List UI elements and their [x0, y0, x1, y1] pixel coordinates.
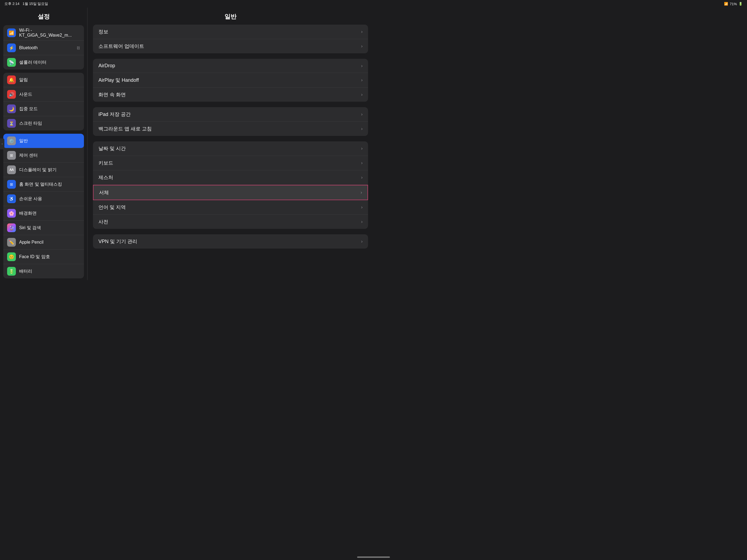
keyboard-chevron: ›: [361, 160, 363, 166]
keyboard-label: 키보드: [98, 160, 361, 166]
sidebar-item-sound[interactable]: 🔊 사운드: [3, 87, 84, 102]
sidebar-item-wallpaper[interactable]: 🌸 배경화면: [3, 206, 84, 221]
cellular-icon: 📡: [7, 58, 16, 67]
sidebar-item-focus[interactable]: 🌙 집중 모드: [3, 102, 84, 116]
battery-sidebar-icon: 🔋: [7, 267, 16, 276]
sidebar-item-sound-label: 사운드: [19, 92, 80, 97]
dictionary-chevron: ›: [361, 219, 363, 224]
content-section-datetime: 날짜 및 시간 › 키보드 › 제스처 › 서체 ›: [93, 142, 368, 229]
status-bar: 오후 2:14 1월 15일 일요일 📶 71% 🔋: [0, 0, 374, 8]
gesture-chevron: ›: [361, 175, 363, 180]
sidebar-item-general[interactable]: ⚙️ 일반: [3, 134, 84, 148]
sidebar-item-pencil[interactable]: ✏️ Apple Pencil: [3, 235, 84, 250]
sidebar-section-system: 🔔 알림 🔊 사운드 🌙 집중 모드 ⏳ 스크린 타임: [3, 73, 84, 130]
sidebar-item-general-label: 일반: [19, 138, 80, 144]
vpn-label: VPN 및 기기 관리: [98, 238, 361, 245]
dictionary-label: 사전: [98, 219, 361, 225]
homescreen-icon: ⊞: [7, 180, 16, 189]
datetime-label: 날짜 및 시간: [98, 145, 361, 152]
panel-collapse-indicator[interactable]: ‹: [0, 138, 4, 149]
ipad-storage-chevron: ›: [361, 112, 363, 117]
content-item-language[interactable]: 언어 및 지역 ›: [93, 200, 368, 215]
content-item-airplay[interactable]: AirPlay 및 Handoff ›: [93, 73, 368, 87]
software-update-chevron: ›: [361, 44, 363, 49]
language-label: 언어 및 지역: [98, 204, 361, 210]
content-section-vpn: VPN 및 기기 관리 ›: [93, 234, 368, 249]
content-area: 일반 정보 › 소프트웨어 업데이트 › AirDrop › AirPlay 및…: [87, 8, 374, 280]
status-time-date: 오후 2:14 1월 15일 일요일: [4, 1, 48, 6]
vpn-chevron: ›: [361, 239, 363, 244]
content-item-software-update[interactable]: 소프트웨어 업데이트 ›: [93, 39, 368, 53]
bluetooth-icon: ⚡: [7, 44, 16, 52]
status-time: 오후 2:14: [4, 2, 19, 6]
content-item-datetime[interactable]: 날짜 및 시간 ›: [93, 142, 368, 156]
sidebar-item-faceid[interactable]: 😊 Face ID 및 암호: [3, 250, 84, 264]
background-refresh-chevron: ›: [361, 126, 363, 131]
content-item-dictionary[interactable]: 사전 ›: [93, 215, 368, 229]
sidebar-item-siri-label: Siri 및 검색: [19, 225, 80, 231]
sidebar-item-screentime-label: 스크린 타임: [19, 121, 80, 126]
sidebar-item-battery-label: 배터리: [19, 269, 80, 274]
status-date: 1월 15일 일요일: [23, 2, 48, 6]
screentime-icon: ⏳: [7, 119, 16, 128]
content-title: 일반: [87, 10, 374, 25]
content-item-about[interactable]: 정보 ›: [93, 25, 368, 39]
bluetooth-badge: 컴: [77, 45, 80, 50]
main-layout: ‹ 설정 📶 Wi-Fi - KT_GiGA_5G_Wave2_m... ⚡ B…: [0, 0, 374, 280]
sidebar-item-control[interactable]: ⊞ 제어 센터: [3, 148, 84, 163]
about-chevron: ›: [361, 29, 363, 34]
sidebar-item-siri[interactable]: 🔮 Siri 및 검색: [3, 221, 84, 235]
pencil-icon: ✏️: [7, 238, 16, 247]
notifications-icon: 🔔: [7, 75, 16, 84]
sidebar-item-screentime[interactable]: ⏳ 스크린 타임: [3, 116, 84, 130]
content-item-keyboard[interactable]: 키보드 ›: [93, 156, 368, 170]
airdrop-label: AirDrop: [98, 63, 361, 69]
sidebar-item-display[interactable]: AA 디스플레이 및 밝기: [3, 163, 84, 177]
sidebar-item-focus-label: 집중 모드: [19, 106, 80, 112]
sidebar-item-wifi-label: Wi-Fi - KT_GiGA_5G_Wave2_m...: [19, 28, 80, 38]
focus-icon: 🌙: [7, 104, 16, 113]
content-item-vpn[interactable]: VPN 및 기기 관리 ›: [93, 234, 368, 249]
sidebar-item-wallpaper-label: 배경화면: [19, 210, 80, 216]
pip-label: 화면 속 화면: [98, 91, 361, 98]
sidebar-item-bluetooth-label: Bluetooth: [19, 45, 77, 50]
sidebar-item-accessibility[interactable]: ♿ 손쉬운 사용: [3, 192, 84, 206]
sidebar-item-wifi[interactable]: 📶 Wi-Fi - KT_GiGA_5G_Wave2_m...: [3, 25, 84, 41]
wifi-icon: 📶: [7, 28, 16, 37]
content-item-gesture[interactable]: 제스처 ›: [93, 170, 368, 185]
sidebar: 설정 📶 Wi-Fi - KT_GiGA_5G_Wave2_m... ⚡ Blu…: [0, 8, 87, 280]
siri-icon: 🔮: [7, 223, 16, 232]
language-chevron: ›: [361, 205, 363, 210]
software-update-label: 소프트웨어 업데이트: [98, 43, 361, 50]
content-item-background-refresh[interactable]: 백그라운드 앱 새로 고침 ›: [93, 122, 368, 136]
airplay-label: AirPlay 및 Handoff: [98, 77, 361, 83]
sidebar-item-notifications-label: 알림: [19, 77, 80, 83]
sound-icon: 🔊: [7, 90, 16, 99]
sidebar-section-network: 📶 Wi-Fi - KT_GiGA_5G_Wave2_m... ⚡ Blueto…: [3, 25, 84, 70]
display-icon: AA: [7, 166, 16, 174]
sidebar-item-faceid-label: Face ID 및 암호: [19, 254, 80, 260]
sidebar-item-notifications[interactable]: 🔔 알림: [3, 73, 84, 87]
font-chevron: ›: [361, 190, 362, 195]
content-section-info: 정보 › 소프트웨어 업데이트 ›: [93, 25, 368, 53]
datetime-chevron: ›: [361, 146, 363, 151]
accessibility-icon: ♿: [7, 195, 16, 203]
sidebar-item-bluetooth[interactable]: ⚡ Bluetooth 컴: [3, 41, 84, 55]
content-item-pip[interactable]: 화면 속 화면 ›: [93, 87, 368, 102]
sidebar-item-cellular[interactable]: 📡 셀룰러 데이터: [3, 55, 84, 70]
sidebar-item-homescreen[interactable]: ⊞ 홈 화면 및 멀티태스킹: [3, 177, 84, 192]
content-item-airdrop[interactable]: AirDrop ›: [93, 59, 368, 73]
pip-chevron: ›: [361, 92, 363, 97]
background-refresh-label: 백그라운드 앱 새로 고침: [98, 126, 361, 132]
faceid-icon: 😊: [7, 252, 16, 261]
content-section-connectivity: AirDrop › AirPlay 및 Handoff › 화면 속 화면 ›: [93, 59, 368, 102]
gesture-label: 제스처: [98, 174, 361, 181]
content-item-font[interactable]: 서체 ›: [93, 185, 368, 200]
sidebar-item-battery[interactable]: 🔋 배터리: [3, 264, 84, 278]
sidebar-item-accessibility-label: 손쉬운 사용: [19, 196, 80, 202]
wallpaper-icon: 🌸: [7, 209, 16, 218]
content-item-ipad-storage[interactable]: iPad 저장 공간 ›: [93, 107, 368, 122]
sidebar-item-homescreen-label: 홈 화면 및 멀티태스킹: [19, 182, 80, 187]
content-section-storage: iPad 저장 공간 › 백그라운드 앱 새로 고침 ›: [93, 107, 368, 136]
sidebar-section-general: ⚙️ 일반 ⊞ 제어 센터 AA 디스플레이 및 밝기 ⊞ 홈 화면 및 멀티태…: [3, 134, 84, 278]
